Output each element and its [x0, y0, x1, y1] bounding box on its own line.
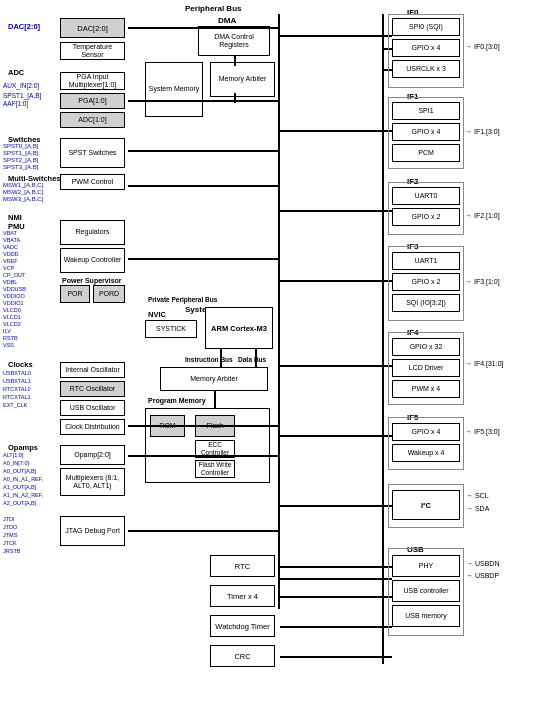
spst2ab-signal: SPST2_[A,B] [3, 157, 38, 163]
a0-in-signal: A0_IN[7:0] [3, 460, 29, 466]
jtag-block: JTAG Debug Port [60, 516, 125, 546]
aaf-signal: AAF[1:0] [3, 100, 28, 107]
usbdp-signal: → USBDP [466, 572, 499, 579]
pga-input-block: PGA InputMultiplexer[1:0] [60, 72, 125, 90]
memarb-to-flash [214, 391, 216, 408]
if0-signal: → IF0.[3:0] [465, 43, 500, 50]
alt10-signal: ALT[1:0] [3, 452, 23, 458]
timer-block: Timer x 4 [210, 585, 275, 607]
jrstb-signal: JRSTB [3, 548, 20, 554]
rtcxtal0-signal: RTCXTAL0 [3, 386, 31, 392]
memory-arbiter-1-block: Memory Arbiter [210, 62, 275, 97]
if3-h-line [280, 280, 392, 282]
ilv-signal: ILV [3, 328, 11, 334]
usbxtal1-signal: USBXTAL1 [3, 378, 31, 384]
adc-to-bus [128, 100, 278, 102]
jtms-signal: JTMS [3, 532, 17, 538]
vlcd0-signal: VLCD0 [3, 307, 21, 313]
vbat-signal: VBAT [3, 230, 17, 236]
jtag-to-bus [128, 530, 278, 532]
opamp-to-bus [128, 455, 278, 457]
if2-border [388, 182, 464, 235]
spst1ab-signal: SPST1_[A,B] [3, 150, 38, 156]
multiplexers-block: Multiplexers (8:1, ALT0, ALT1) [60, 468, 125, 496]
dma-down-line [234, 56, 236, 66]
jtdo-signal: JTDO [3, 524, 17, 530]
sda-label: → SDA [466, 505, 489, 512]
dma-label: DMA [218, 16, 236, 25]
if5-h-line [280, 435, 392, 437]
data-bus-label: Data Bus [238, 356, 266, 363]
dac-to-bus [128, 27, 278, 29]
if2-h-line [280, 210, 392, 212]
switches-to-bus [128, 150, 278, 152]
vref-signal: VREF [3, 258, 18, 264]
usb-border [388, 548, 464, 636]
if1-signal: → IF1.[3:0] [465, 128, 500, 135]
opamp-block: Opamp[2:0] [60, 445, 125, 465]
if2-signal: → IF2.[1:0] [465, 212, 500, 219]
clocks-label: Clocks [8, 360, 33, 369]
vbata-signal: VBATA [3, 237, 20, 243]
rstb-signal: RSTB [3, 335, 18, 341]
system-memory-block: System Memory [145, 62, 203, 117]
msw2-signal: MSW3_[A,B,C] [3, 196, 43, 202]
dma-control-block: DMA Control Registers [198, 26, 270, 56]
watchdog-timer-block: Watchdog Timer [210, 615, 275, 637]
peripheral-bus-line [278, 14, 280, 609]
opamps-label: Opamps [8, 443, 38, 452]
a0-in-ref-signal: A0_IN_A1_REF, [3, 476, 43, 482]
nmi-label: NMI [8, 213, 22, 222]
vlcd2-signal: VLCD2 [3, 321, 21, 327]
if0-h-line [280, 35, 392, 37]
vdd-signal: VDDD [3, 251, 19, 257]
if3-signal: → IF3.[1:0] [465, 278, 500, 285]
ext-clk-signal: EXT_CLK [3, 402, 27, 408]
vddioo-signal: VDDIOO [3, 293, 25, 299]
if3-border [388, 246, 464, 321]
vlcd1-signal: VLCD1 [3, 314, 21, 320]
wakeup-controller-block: Wakeup Controller [60, 248, 125, 273]
clocks-to-bus [128, 425, 278, 427]
mem-arb-line [234, 93, 236, 103]
dac-block: DAC[2:0] [60, 18, 125, 38]
usb-h-line [280, 578, 392, 580]
spst3ab-signal: SPST3_[A,B] [3, 164, 38, 170]
a1-outa-signal: A1_OUT[A,B] [3, 484, 36, 490]
i2c-h-line [280, 505, 392, 507]
if4-signal: → IF4.[31:0] [465, 360, 504, 367]
spst-switches-block: SPST Switches [60, 138, 125, 168]
vddio1-signal: VDDIO1 [3, 300, 23, 306]
if5-signal: → IF5.[3:0] [465, 428, 500, 435]
pga-block: PGA[1:0] [60, 93, 125, 109]
power-supervisor-label: Power Supervisor [62, 277, 122, 284]
instruction-bus-label: Instruction Bus [185, 356, 233, 363]
nvic-label: NVIC [148, 310, 166, 319]
a2-out-ab-signal: A2_OUT[A,B] [3, 500, 36, 506]
multiswitch-to-bus [128, 185, 278, 187]
arm-cortex-block: ARM Cortex-M3 [205, 307, 273, 349]
if5-border [388, 417, 464, 470]
systick-block: SYSTICK [145, 320, 197, 338]
pmu-to-bus [128, 258, 278, 260]
memory-arbiter-2-block: Memory Arbiter [160, 367, 268, 391]
if4-h-line [280, 365, 392, 367]
peripheral-bus-label: Peripheral Bus [185, 4, 241, 13]
jtdi-signal: JTDI [3, 516, 15, 522]
adc-label: ADC [8, 68, 24, 77]
pord-block: PORD [93, 285, 125, 303]
arm-down-2 [255, 349, 257, 367]
usbxtal0-signal: USBXTAL0 [3, 370, 31, 376]
aux-in-signal: AUX_IN[2:0] [3, 82, 39, 89]
adc-block: ADC[1:0] [60, 112, 125, 128]
if0-border [388, 14, 464, 88]
regulators-block: Regulators [60, 220, 125, 245]
crc-h-line [280, 656, 392, 658]
scl-label: → SCL [466, 492, 489, 499]
program-memory-label: Program Memory [148, 397, 206, 404]
block-diagram: Peripheral Bus System Bus DAC[2:0] DAC[2… [0, 0, 554, 717]
rtcxtal1-signal: RTCXTAL1 [3, 394, 31, 400]
vss-signal: VSS [3, 342, 14, 348]
rtc-block: RTC [210, 555, 275, 577]
timer-h-line [280, 596, 392, 598]
